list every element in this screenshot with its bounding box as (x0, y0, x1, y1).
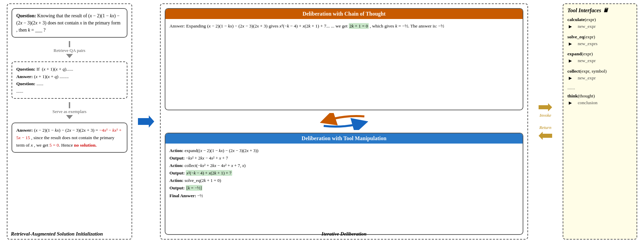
solve-eq-arrow-icon: ▶ (569, 41, 572, 46)
tool-row-4: Action: solve_eq(2k + 1 = 0) (169, 177, 519, 184)
collect-arrow-icon: ▶ (569, 76, 572, 80)
answer-prefix: Answer: (16, 128, 33, 133)
tool-collect: collect(expr, symbol) ▶ new_expr (567, 68, 632, 82)
tool-calculate: calculate(expr) ▶ new_expr (567, 16, 632, 30)
tool-solve-eq: solve_eq(expr) ▶ new_exprs (567, 34, 632, 48)
think-arg: (thought) (578, 93, 595, 98)
cot-header: Deliberation with Chain of Thought (165, 9, 523, 19)
tool-body: Action: expand((x − 2)(1 − kx) − (2x − 3… (165, 144, 523, 203)
expand-ret: new_expr (577, 58, 596, 63)
think-fn: think (567, 93, 578, 98)
cot-box: Deliberation with Chain of Thought Answe… (165, 8, 523, 110)
return-label: Return (539, 125, 551, 130)
qa-dots: ...... (16, 88, 123, 95)
tool-row-6: Final Answer: −½ (169, 192, 519, 200)
invoke-return-col: Invoke Return (534, 3, 557, 240)
right-panel: Tool Interfaces 🖩 calculate(expr) ▶ new_… (563, 3, 637, 240)
think-ret: conclusion (577, 100, 598, 105)
qa-box: Question: If (x + 1)(x + q)...... Answer… (12, 61, 127, 99)
qa-q2-text: ...... (35, 81, 43, 86)
retrieve-arrow: Retrieve QA pairs (12, 41, 127, 58)
qa-a1-label: Answer: (16, 74, 33, 79)
tool-header: Deliberation with Tool Manipulation (165, 133, 523, 144)
question-label: Question: (16, 13, 36, 18)
calculate-arrow-icon: ▶ (569, 24, 572, 29)
qa-a1-text: (x + 1)(x + q) ........ (33, 74, 69, 79)
center-panel: Deliberation with Chain of Thought Answe… (160, 3, 528, 240)
expand-arrow-icon: ▶ (569, 58, 572, 63)
calculate-ret: new_expr (577, 24, 596, 29)
exemplar-label: Serve as exemplars (53, 109, 86, 114)
svg-marker-4 (539, 132, 552, 140)
tool-row-2: Action: collect(−kx² + 2kx − 4x² + x + 7… (169, 162, 519, 169)
tool-box: Deliberation with Tool Manipulation Acti… (165, 133, 523, 235)
calculator-icon: 🖩 (603, 7, 608, 14)
calculate-arg: (expr) (585, 17, 596, 22)
svg-marker-0 (138, 115, 154, 128)
tool-row-0: Action: expand((x − 2)(1 − kx) − (2x − 3… (169, 147, 519, 154)
solve-eq-fn: solve_eq (567, 34, 584, 39)
tool-interfaces-label: Tool Interfaces (567, 7, 601, 14)
cot-body: Answer: Expanding (x − 2)(1 − kx) − (2x … (165, 19, 523, 33)
collect-ret: new_expr (577, 75, 596, 80)
tool-row-5: Output: [k = −½] (169, 184, 519, 192)
right-panel-title: Tool Interfaces 🖩 (567, 7, 632, 14)
qa-q2-label: Question: (16, 81, 35, 86)
tool-dots: ...... (567, 85, 632, 91)
calculate-fn: calculate (567, 17, 585, 22)
invoke-area: Invoke (539, 103, 552, 118)
left-panel: Question: Knowing that the result of (x … (7, 3, 132, 240)
left-to-center-arrow (138, 3, 155, 240)
question-box: Question: Knowing that the result of (x … (12, 8, 127, 38)
solve-eq-ret: new_exprs (577, 41, 598, 46)
return-area: Return (539, 125, 552, 140)
tool-think: think(thought) ▶ conclusion (567, 93, 632, 107)
qa-q1-label: Question: (16, 67, 35, 72)
exemplar-arrow: Serve as exemplars (12, 102, 127, 119)
tool-row-3: Output: x²(−k − 4) + x(2k + 1) + 7 (169, 169, 519, 177)
collect-arg: (expr, symbol) (580, 69, 607, 74)
svg-marker-3 (539, 103, 552, 111)
tool-row-1: Output: −kx² + 2kx − 4x² + x + 7 (169, 154, 519, 162)
retrieve-label: Retrieve QA pairs (54, 48, 85, 53)
center-panel-label: Iterative Deliberation (322, 231, 367, 237)
collect-fn: collect (567, 69, 580, 74)
expand-arg: (expr) (582, 51, 593, 56)
main-container: Question: Knowing that the result of (x … (7, 3, 637, 240)
solve-eq-arg: (expr) (584, 34, 595, 39)
curved-arrows-area (165, 113, 523, 130)
tool-expand: expand(expr) ▶ new_expr (567, 51, 632, 64)
left-panel-label: Retrieval-Augmented Solution Initializat… (11, 231, 103, 237)
think-arrow-icon: ▶ (569, 100, 572, 105)
invoke-label: Invoke (540, 113, 551, 118)
answer-box: Answer: (x − 2)(1 − kx) − (2x − 3)(2x + … (12, 123, 127, 153)
qa-q1-text: If (x + 1)(x + q)...... (35, 67, 73, 72)
expand-fn: expand (567, 51, 582, 56)
